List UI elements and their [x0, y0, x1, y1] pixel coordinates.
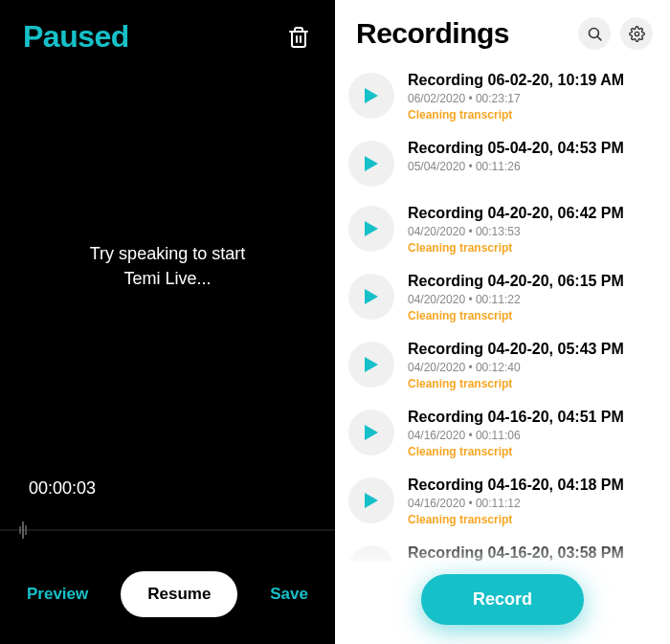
- recorder-status-title: Paused: [23, 19, 129, 55]
- svg-line-5: [597, 36, 601, 40]
- play-icon: [364, 220, 379, 237]
- play-button[interactable]: [348, 545, 394, 561]
- settings-button[interactable]: [620, 17, 653, 50]
- play-icon: [364, 424, 379, 441]
- recording-info: Recording 05-04-20, 04:53 PM05/04/2020 •…: [408, 139, 657, 176]
- recordings-footer: Record: [335, 561, 670, 644]
- resume-button[interactable]: Resume: [121, 571, 237, 617]
- gear-icon: [629, 26, 645, 42]
- recordings-title: Recordings: [356, 17, 509, 50]
- recording-item[interactable]: Recording 05-04-20, 04:53 PM05/04/2020 •…: [348, 131, 657, 196]
- recordings-header: Recordings: [335, 0, 670, 59]
- recording-meta: 04/20/2020 • 00:11:22: [408, 293, 657, 306]
- recording-info: Recording 04-20-20, 06:15 PM04/20/2020 •…: [408, 272, 657, 322]
- play-button[interactable]: [348, 477, 394, 523]
- recording-status: Cleaning transcript: [408, 309, 657, 322]
- recording-item[interactable]: Recording 06-02-20, 10:19 AM06/02/2020 •…: [348, 63, 657, 131]
- play-button[interactable]: [348, 410, 394, 455]
- recording-item[interactable]: Recording 04-20-20, 06:15 PM04/20/2020 •…: [348, 264, 657, 332]
- waveform-icon: [0, 516, 335, 544]
- recording-item[interactable]: Recording 04-20-20, 05:43 PM04/20/2020 •…: [348, 332, 657, 400]
- recording-status: Cleaning transcript: [408, 108, 657, 122]
- recording-item[interactable]: Recording 04-16-20, 03:58 PM: [348, 536, 657, 561]
- recording-meta: 06/02/2020 • 00:23:17: [408, 92, 657, 105]
- play-button[interactable]: [348, 206, 394, 252]
- recording-title: Recording 04-16-20, 04:18 PM: [408, 476, 657, 495]
- recording-item[interactable]: Recording 04-16-20, 04:51 PM04/16/2020 •…: [348, 400, 657, 468]
- recording-status: Cleaning transcript: [408, 445, 657, 458]
- recording-title: Recording 04-20-20, 06:15 PM: [408, 272, 657, 291]
- play-button[interactable]: [348, 141, 394, 187]
- recording-meta: 04/20/2020 • 00:12:40: [408, 361, 657, 374]
- play-icon: [364, 87, 379, 104]
- recorder-header: Paused: [0, 0, 335, 55]
- recording-meta: 04/16/2020 • 00:11:12: [408, 497, 657, 510]
- recorder-prompt-text: Try speaking to startTemi Live...: [90, 242, 245, 290]
- search-icon: [587, 26, 603, 42]
- save-button[interactable]: Save: [270, 585, 308, 604]
- recording-info: Recording 04-20-20, 05:43 PM04/20/2020 •…: [408, 340, 657, 390]
- play-icon: [364, 492, 379, 509]
- recording-title: Recording 06-02-20, 10:19 AM: [408, 71, 657, 90]
- recording-title: Recording 04-16-20, 04:51 PM: [408, 408, 657, 427]
- waveform-display: [0, 516, 335, 544]
- play-icon: [364, 356, 379, 373]
- recording-info: Recording 04-16-20, 04:51 PM04/16/2020 •…: [408, 408, 657, 458]
- recordings-list: Recording 06-02-20, 10:19 AM06/02/2020 •…: [335, 59, 670, 561]
- recording-item[interactable]: Recording 04-20-20, 06:42 PM04/20/2020 •…: [348, 196, 657, 264]
- play-button[interactable]: [348, 274, 394, 320]
- recording-info: Recording 04-16-20, 04:18 PM04/16/2020 •…: [408, 476, 657, 526]
- recording-title: Recording 04-20-20, 05:43 PM: [408, 340, 657, 359]
- svg-point-6: [635, 32, 638, 35]
- recording-status: Cleaning transcript: [408, 241, 657, 255]
- delete-recording-button[interactable]: [285, 24, 312, 51]
- recorder-timer: 00:00:03: [0, 478, 335, 516]
- trash-icon: [288, 26, 309, 49]
- recording-meta: 05/04/2020 • 00:11:26: [408, 160, 657, 173]
- recorder-panel: Paused Try speaking to startTemi Live...…: [0, 0, 335, 644]
- preview-button[interactable]: Preview: [27, 585, 88, 604]
- recording-meta: 04/16/2020 • 00:11:06: [408, 429, 657, 442]
- recording-title: Recording 05-04-20, 04:53 PM: [408, 139, 657, 158]
- recording-info: Recording 04-16-20, 03:58 PM: [408, 544, 657, 561]
- recording-title: Recording 04-20-20, 06:42 PM: [408, 204, 657, 223]
- play-icon: [364, 155, 379, 172]
- recording-info: Recording 04-20-20, 06:42 PM04/20/2020 •…: [408, 204, 657, 255]
- play-icon: [364, 288, 379, 305]
- play-button[interactable]: [348, 73, 394, 119]
- recording-info: Recording 06-02-20, 10:19 AM06/02/2020 •…: [408, 71, 657, 122]
- search-button[interactable]: [578, 17, 611, 50]
- recording-item[interactable]: Recording 04-16-20, 04:18 PM04/16/2020 •…: [348, 468, 657, 536]
- recorder-center: Try speaking to startTemi Live...: [0, 55, 335, 478]
- record-button[interactable]: Record: [421, 574, 584, 625]
- recorder-footer: Preview Resume Save: [0, 571, 335, 644]
- recording-meta: 04/20/2020 • 00:13:53: [408, 225, 657, 238]
- header-actions: [578, 17, 653, 50]
- recording-status: Cleaning transcript: [408, 377, 657, 390]
- recordings-panel: Recordings Recording 06-02-20, 10:19 AM0…: [335, 0, 670, 644]
- recording-title: Recording 04-16-20, 03:58 PM: [408, 544, 657, 561]
- play-button[interactable]: [348, 342, 394, 388]
- recording-status: Cleaning transcript: [408, 513, 657, 526]
